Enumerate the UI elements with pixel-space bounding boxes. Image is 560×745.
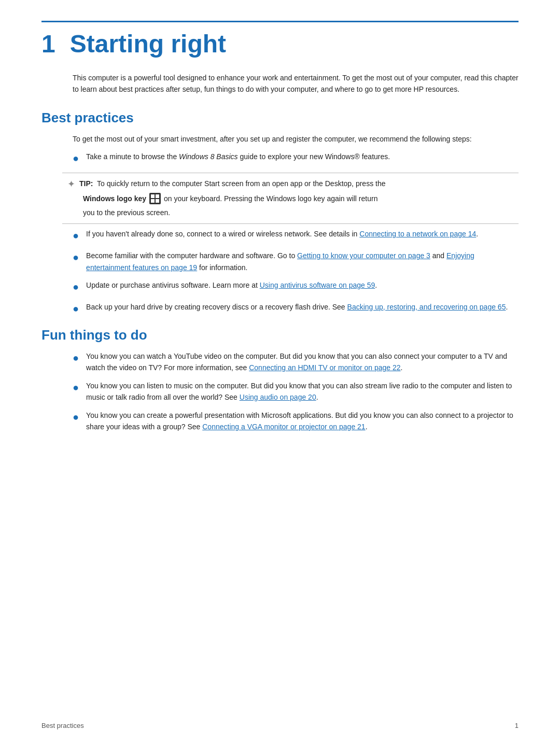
link-antivirus[interactable]: Using antivirus software on page 59 bbox=[260, 281, 375, 289]
best-practices-intro: To get the most out of your smart invest… bbox=[73, 133, 519, 145]
footer-page-number: 1 bbox=[515, 722, 519, 729]
windows-key-row: Windows logo key on your keyboard. Press… bbox=[83, 193, 511, 204]
chapter-heading: 1 Starting right bbox=[41, 32, 519, 57]
bullet-text-youtube: You know you can watch a YouTube video o… bbox=[86, 350, 519, 374]
bullet-text-antivirus: Update or purchase antivirus software. L… bbox=[86, 279, 377, 291]
bullet-text-windows8: Take a minute to browse the Windows 8 Ba… bbox=[86, 151, 390, 162]
bullet-text-backup: Back up your hard drive by creating reco… bbox=[86, 301, 508, 313]
best-practices-list-1: ● Take a minute to browse the Windows 8 … bbox=[73, 151, 519, 166]
list-item: ● You know you can watch a YouTube video… bbox=[73, 350, 519, 374]
bullet-text-hardware: Become familiar with the computer hardwa… bbox=[86, 250, 519, 273]
best-practices-list-2: ● If you haven't already done so, connec… bbox=[73, 228, 519, 317]
link-connecting-network[interactable]: Connecting to a network on page 14 bbox=[359, 230, 476, 238]
windows-key-text: on your keyboard. Pressing the Windows l… bbox=[164, 193, 377, 204]
bullet-icon: ● bbox=[73, 278, 79, 295]
bullet-text-network: If you haven't already done so, connect … bbox=[86, 228, 478, 240]
list-item: ● Back up your hard drive by creating re… bbox=[73, 301, 519, 317]
bullet-icon: ● bbox=[73, 150, 79, 166]
fun-things-list: ● You know you can watch a YouTube video… bbox=[73, 350, 519, 432]
footer-section-name: Best practices bbox=[41, 722, 84, 729]
list-item: ● Become familiar with the computer hard… bbox=[73, 250, 519, 273]
page: 1 Starting right This computer is a powe… bbox=[0, 0, 560, 745]
link-vga-projector[interactable]: Connecting a VGA monitor or projector on… bbox=[202, 423, 365, 431]
list-item: ● If you haven't already done so, connec… bbox=[73, 228, 519, 244]
bullet-icon: ● bbox=[73, 409, 79, 425]
best-practices-section: Best practices To get the most out of yo… bbox=[41, 110, 519, 317]
top-border bbox=[41, 21, 519, 22]
link-backing-up[interactable]: Backing up, restoring, and recovering on… bbox=[347, 303, 506, 311]
tip-label: TIP: bbox=[79, 179, 93, 188]
link-audio[interactable]: Using audio on page 20 bbox=[240, 393, 316, 401]
chapter-number: 1 bbox=[41, 32, 55, 57]
fun-things-heading: Fun things to do bbox=[41, 327, 519, 343]
bullet-icon: ● bbox=[73, 249, 79, 265]
footer: 1 bbox=[0, 722, 560, 729]
bullet-text-presentation: You know you can create a powerful prese… bbox=[86, 410, 519, 433]
bullet-icon: ● bbox=[73, 349, 79, 366]
bullet-icon: ● bbox=[73, 300, 79, 317]
tip-box: ✦ TIP: To quickly return to the computer… bbox=[62, 173, 519, 224]
tip-continuation: you to the previous screen. bbox=[83, 207, 511, 218]
tip-sun-icon: ✦ bbox=[67, 178, 75, 190]
list-item: ● You know you can listen to music on th… bbox=[73, 380, 519, 403]
list-item: ● You know you can create a powerful pre… bbox=[73, 410, 519, 433]
link-hdmi-tv[interactable]: Connecting an HDMI TV or monitor on page… bbox=[249, 363, 400, 372]
tip-row-1: ✦ TIP: To quickly return to the computer… bbox=[67, 178, 511, 190]
tip-text-line1: TIP: To quickly return to the computer S… bbox=[79, 178, 386, 189]
list-item: ● Update or purchase antivirus software.… bbox=[73, 279, 519, 295]
intro-paragraph: This computer is a powerful tool designe… bbox=[73, 72, 519, 95]
best-practices-heading: Best practices bbox=[41, 110, 519, 126]
fun-things-section: Fun things to do ● You know you can watc… bbox=[41, 327, 519, 432]
list-item: ● Take a minute to browse the Windows 8 … bbox=[73, 151, 519, 166]
bullet-icon: ● bbox=[73, 379, 79, 396]
chapter-title: Starting right bbox=[70, 32, 226, 57]
bullet-text-music: You know you can listen to music on the … bbox=[86, 380, 519, 403]
windows-key-icon bbox=[149, 193, 161, 204]
link-getting-to-know[interactable]: Getting to know your computer on page 3 bbox=[297, 251, 430, 260]
bullet-icon: ● bbox=[73, 227, 79, 244]
windows-key-label: Windows logo key bbox=[83, 193, 146, 204]
